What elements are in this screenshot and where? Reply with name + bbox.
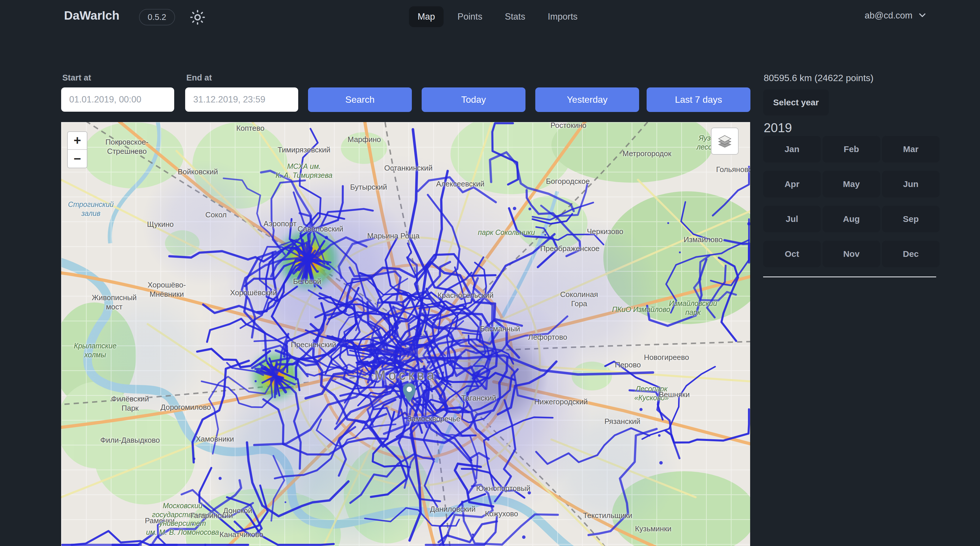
zoom-out-button[interactable]: − xyxy=(68,150,87,168)
end-at-label: End at xyxy=(186,73,212,83)
last7days-button[interactable]: Last 7 days xyxy=(647,88,751,112)
start-date-input[interactable] xyxy=(61,88,174,112)
map-zoom-control: + − xyxy=(67,131,88,168)
month-button-jul[interactable]: Jul xyxy=(763,206,821,232)
month-button-sep[interactable]: Sep xyxy=(882,206,940,232)
map-canvas xyxy=(61,122,750,546)
app-header: DaWarIch 0.5.2 Map Points Stats Imports … xyxy=(0,0,980,35)
month-button-jun[interactable]: Jun xyxy=(882,171,940,197)
today-button[interactable]: Today xyxy=(422,88,525,112)
dawarich-app: DaWarIch 0.5.2 Map Points Stats Imports … xyxy=(0,0,980,546)
layers-icon xyxy=(716,132,733,150)
search-button[interactable]: Search xyxy=(308,88,412,112)
map-container[interactable]: Покровское- СтрешневоКоптевоТимирязевски… xyxy=(61,122,750,546)
month-button-may[interactable]: May xyxy=(822,171,880,197)
month-button-mar[interactable]: Mar xyxy=(882,136,940,163)
zoom-in-button[interactable]: + xyxy=(68,132,87,150)
user-email: ab@cd.com xyxy=(865,10,913,21)
month-button-nov[interactable]: Nov xyxy=(822,241,880,267)
tab-map[interactable]: Map xyxy=(409,6,444,27)
version-badge: 0.5.2 xyxy=(139,9,175,26)
tab-stats[interactable]: Stats xyxy=(496,6,534,27)
select-year-button[interactable]: Select year xyxy=(763,89,829,115)
map-marker-pin[interactable] xyxy=(402,383,417,404)
map-layers-control[interactable] xyxy=(711,128,738,155)
month-button-oct[interactable]: Oct xyxy=(763,241,821,267)
sun-icon xyxy=(189,23,207,27)
distance-stats: 80595.6 km (24622 points) xyxy=(764,73,873,83)
main-nav: Map Points Stats Imports xyxy=(409,6,586,27)
sidebar-divider xyxy=(763,276,936,277)
app-logo[interactable]: DaWarIch xyxy=(64,9,119,22)
tab-points[interactable]: Points xyxy=(449,6,491,27)
month-button-dec[interactable]: Dec xyxy=(882,241,940,267)
year-heading: 2019 xyxy=(764,121,792,135)
month-button-feb[interactable]: Feb xyxy=(822,136,880,163)
month-grid: Jan Feb Mar Apr May Jun Jul Aug Sep Oct … xyxy=(763,136,940,267)
month-button-aug[interactable]: Aug xyxy=(822,206,880,232)
chevron-down-icon xyxy=(917,10,928,21)
month-button-jan[interactable]: Jan xyxy=(763,136,821,163)
month-button-apr[interactable]: Apr xyxy=(763,171,821,197)
user-menu[interactable]: ab@cd.com xyxy=(865,10,928,21)
start-at-label: Start at xyxy=(62,73,91,83)
end-date-input[interactable] xyxy=(185,88,298,112)
theme-toggle-button[interactable] xyxy=(187,8,206,27)
yesterday-button[interactable]: Yesterday xyxy=(535,88,639,112)
tab-imports[interactable]: Imports xyxy=(539,6,586,27)
